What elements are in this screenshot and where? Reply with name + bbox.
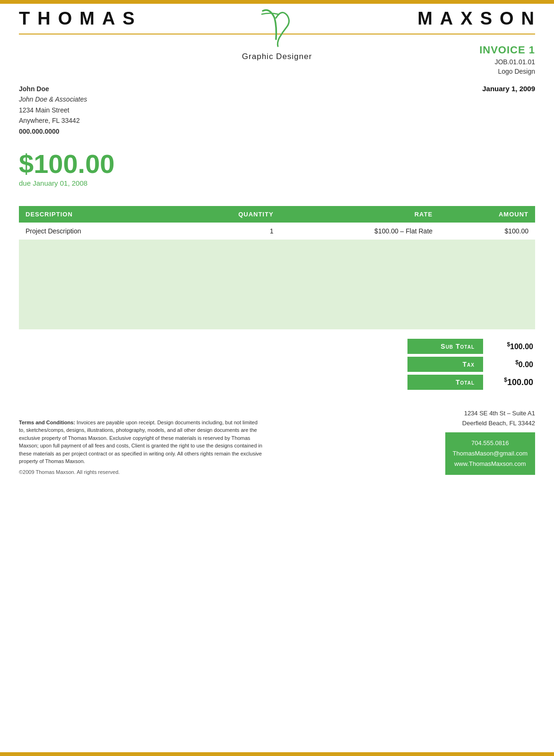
- total-currency: $: [504, 377, 507, 383]
- cell-amount: $100.00: [439, 223, 535, 240]
- client-address-2: Anywhere, FL 33442: [19, 115, 87, 126]
- client-company: John Doe & Associates: [19, 94, 87, 104]
- col-description: Description: [19, 206, 172, 223]
- table-row-empty: [19, 258, 535, 275]
- footer-address: 1234 SE 4th St – Suite A1Deerfield Beach…: [445, 409, 535, 429]
- amount-large: $100.00: [19, 151, 535, 177]
- amount-value: 100.00: [34, 149, 114, 179]
- col-rate: Rate: [280, 206, 439, 223]
- center-logo: Graphic Designer: [242, 4, 312, 61]
- letter-O2: O: [500, 9, 515, 29]
- table-row-empty: [19, 311, 535, 329]
- footer-terms: Terms and Conditions: Invoices are payab…: [19, 419, 265, 465]
- letter-S2: S: [480, 9, 493, 29]
- name-right: M A X S O N: [417, 9, 535, 29]
- total-amount: 100.00: [507, 378, 533, 387]
- table-header-row: Description Quantity Rate Amount: [19, 206, 535, 223]
- total-label: Total: [407, 375, 483, 390]
- tax-label: Tax: [407, 357, 483, 372]
- client-name: John Doe: [19, 84, 87, 94]
- cell-description: Project Description: [19, 223, 172, 240]
- letter-O: O: [58, 9, 73, 29]
- letter-N: N: [521, 9, 535, 29]
- footer-left: Terms and Conditions: Invoices are payab…: [19, 419, 265, 475]
- table-row-empty: [19, 275, 535, 293]
- subtotal-label: Sub Total: [407, 339, 483, 354]
- client-address-1: 1234 Main Street: [19, 105, 87, 115]
- amount-due-label: due January 01, 2008: [19, 179, 535, 187]
- bottom-border: [0, 752, 554, 756]
- col-quantity: Quantity: [172, 206, 280, 223]
- client-date-row: John Doe John Doe & Associates 1234 Main…: [0, 75, 554, 137]
- invoice-job-name: Logo Design: [19, 68, 535, 75]
- col-amount: Amount: [439, 206, 535, 223]
- tax-value: $0.00: [483, 359, 535, 369]
- letter-M2: M: [417, 9, 433, 29]
- logo-subtitle: Graphic Designer: [242, 52, 312, 61]
- cell-rate: $100.00 – Flat Rate: [280, 223, 439, 240]
- footer-email: ThomasMason@gmail.com: [453, 448, 528, 459]
- footer-copyright: ©2009 Thomas Maxson. All rights reserved…: [19, 469, 265, 475]
- footer-right: 1234 SE 4th St – Suite A1Deerfield Beach…: [445, 409, 535, 475]
- terms-text: Invoices are payable upon receipt. Desig…: [19, 420, 262, 464]
- tax-currency: $: [515, 359, 519, 366]
- amount-symbol: $: [19, 149, 34, 179]
- logo-monogram: [253, 4, 301, 51]
- subtotal-value: $100.00: [483, 341, 535, 351]
- total-value: $100.00: [483, 377, 535, 387]
- table-row: Project Description 1 $100.00 – Flat Rat…: [19, 223, 535, 240]
- total-row: Total $100.00: [407, 375, 535, 390]
- client-phone: 000.000.0000: [19, 126, 87, 137]
- subtotal-amount: 100.00: [510, 343, 533, 351]
- letter-T: T: [19, 9, 31, 29]
- letter-M: M: [79, 9, 95, 29]
- client-info: John Doe John Doe & Associates 1234 Main…: [19, 84, 87, 137]
- letter-A2: A: [440, 9, 454, 29]
- footer-website: www.ThomasMaxson.com: [453, 459, 528, 469]
- letter-H: H: [37, 9, 51, 29]
- name-row: T H O M A S Graphic Designer: [19, 9, 535, 29]
- letter-A: A: [102, 9, 116, 29]
- footer-section: Terms and Conditions: Invoices are payab…: [0, 409, 554, 475]
- terms-label: Terms and Conditions:: [19, 420, 75, 425]
- letter-X: X: [460, 9, 473, 29]
- totals-section: Sub Total $100.00 Tax $0.00 Total $100.0…: [19, 339, 535, 390]
- table-row-empty: [19, 240, 535, 258]
- footer-phone: 704.555.0816: [453, 438, 528, 448]
- cell-quantity: 1: [172, 223, 280, 240]
- subtotal-row: Sub Total $100.00: [407, 339, 535, 354]
- footer-contact-box: 704.555.0816 ThomasMason@gmail.com www.T…: [445, 432, 535, 475]
- amount-due-section: $100.00 due January 01, 2008: [0, 137, 554, 192]
- table-row-empty: [19, 293, 535, 311]
- tax-amount: 0.00: [519, 361, 533, 369]
- tax-row: Tax $0.00: [407, 357, 535, 372]
- invoice-date: January 1, 2009: [482, 85, 535, 93]
- letter-S: S: [122, 9, 135, 29]
- footer-address-text: 1234 SE 4th St – Suite A1Deerfield Beach…: [462, 410, 535, 427]
- top-border: [0, 0, 554, 4]
- name-left: T H O M A S: [19, 9, 136, 29]
- invoice-table: Description Quantity Rate Amount Project…: [19, 206, 535, 329]
- header-top: T H O M A S Graphic Designer: [0, 4, 554, 34]
